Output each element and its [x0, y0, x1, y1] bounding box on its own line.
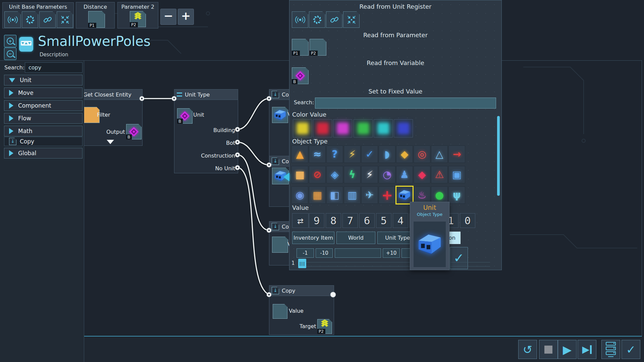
signal-register-icon[interactable] [4, 11, 21, 28]
object-type-package-icon[interactable]: ◧ [326, 186, 343, 204]
digit-5-button[interactable]: 5 [376, 213, 391, 228]
object-type-iceberg-icon[interactable]: △ [431, 145, 448, 163]
object-type-no-crystal-icon[interactable]: ⊘ [309, 166, 326, 183]
slider-track[interactable] [298, 262, 490, 262]
parameter-card-p1[interactable]: P1 [292, 39, 309, 56]
stop-button[interactable] [539, 340, 558, 359]
remove-parameter-button[interactable]: − [160, 9, 176, 25]
parameter-card-p2[interactable]: P2 [130, 11, 146, 27]
object-type-phoenix-icon[interactable]: ψ [448, 186, 465, 204]
object-type-storage-icon[interactable]: ▣ [448, 166, 465, 183]
sidebar-item-component[interactable]: Component [4, 100, 83, 111]
node-unit-type[interactable]: Unit Type B Unit Building Bot Constructi… [174, 89, 238, 173]
parameter-card-p2[interactable]: P2 [310, 39, 326, 56]
link-register-icon[interactable] [39, 11, 56, 28]
object-type-orb-icon[interactable]: ● [431, 186, 448, 204]
dialog-search-input[interactable] [315, 98, 496, 109]
minus-10-button[interactable]: -10 [316, 248, 333, 258]
queue-button[interactable] [601, 340, 620, 359]
node-get-closest-entity[interactable]: Get Closest Entity Filter Output B [80, 89, 143, 146]
parameter2-tab[interactable]: Parameter 2 P2 [117, 2, 158, 28]
object-type-power-off-icon[interactable]: ◎ [414, 145, 430, 163]
slider-track[interactable] [298, 266, 490, 266]
link-register-icon[interactable] [326, 11, 342, 28]
object-type-ore-icon[interactable]: ◆ [396, 145, 413, 163]
converge-register-icon[interactable] [57, 11, 73, 28]
value-slot-empty[interactable] [273, 304, 287, 319]
object-type-bolt-icon[interactable]: ⚡ [361, 166, 378, 183]
object-type-plasma-icon[interactable]: ϟ [344, 166, 361, 183]
object-type-swarm-icon[interactable]: ♨ [414, 186, 430, 204]
digit-4-button[interactable]: 4 [393, 213, 408, 228]
object-type-water-icon[interactable]: ≈ [309, 145, 326, 163]
node-copy-4[interactable]: ↓ Copy Value Target P2 [269, 285, 334, 335]
node-header[interactable]: ↓ Copy [269, 286, 334, 296]
tab-world[interactable]: World [336, 232, 375, 244]
object-type-ice-crystal-icon[interactable]: ◈ [326, 166, 343, 183]
unit-input-slot[interactable]: B [177, 108, 193, 124]
object-type-unknown-icon[interactable]: ? [326, 145, 343, 163]
slider-handle[interactable]: ||| [298, 259, 306, 268]
object-type-core-icon[interactable]: ◉ [291, 186, 308, 204]
dialog-scrollbar[interactable] [497, 116, 500, 196]
object-type-verified-icon[interactable]: ✓ [361, 145, 378, 163]
object-type-creature-icon[interactable]: ◗ [379, 145, 395, 163]
search-input[interactable] [25, 62, 83, 73]
add-parameter-button[interactable]: + [178, 9, 194, 25]
digit-7-button[interactable]: 7 [342, 213, 358, 228]
signal-register-icon[interactable] [292, 11, 308, 28]
object-type-construction-icon[interactable]: ▦ [309, 186, 326, 204]
object-type-gem-icon[interactable]: ◆ [414, 166, 430, 183]
target-parameter-slot[interactable]: P2 [317, 319, 332, 334]
object-type-truck-icon[interactable]: ▥ [344, 186, 361, 204]
object-type-ship-icon[interactable]: ✈ [361, 186, 378, 204]
digit-9-button[interactable]: 9 [309, 213, 324, 228]
color-swatch-yellow[interactable] [293, 119, 312, 137]
object-type-exit-icon[interactable]: → [448, 145, 465, 163]
digit-0-button[interactable]: 0 [460, 213, 475, 228]
object-type-resource-icon[interactable]: ■ [291, 166, 308, 183]
zoom-out-button[interactable]: − [4, 48, 16, 60]
digit-8-button[interactable]: 8 [326, 213, 341, 228]
fan-register-icon[interactable] [309, 11, 325, 28]
variable-card-b[interactable]: B [292, 67, 309, 84]
object-type-mountain-icon[interactable]: ▲ [291, 145, 308, 163]
color-swatch-blue[interactable] [394, 119, 413, 137]
fan-register-icon[interactable] [22, 11, 38, 28]
parameter-card-p1[interactable]: P1 [88, 11, 105, 28]
value-slot-empty[interactable] [272, 237, 288, 253]
minus-1-button[interactable]: -1 [297, 248, 314, 258]
reset-button[interactable]: ↺ [518, 340, 537, 359]
node-header[interactable]: Get Closest Entity [81, 89, 142, 100]
tab-inventory-item[interactable]: Inventory Item [292, 232, 334, 244]
color-swatch-magenta[interactable] [333, 119, 352, 137]
plus-10-button[interactable]: +10 [383, 248, 400, 258]
color-swatch-red[interactable] [313, 119, 332, 137]
sidebar-item-unit[interactable]: Unit [4, 75, 83, 85]
swap-value-button[interactable]: ⇄ [292, 213, 309, 228]
distance-parameter-tab[interactable]: Distance P1 [76, 2, 115, 28]
description-link[interactable]: Description [40, 52, 68, 58]
converge-register-icon[interactable] [343, 11, 360, 28]
color-swatch-green[interactable] [354, 119, 373, 137]
play-button[interactable]: ▶ [558, 340, 577, 359]
value-entry-field[interactable] [335, 248, 381, 258]
sidebar-item-flow[interactable]: Flow [4, 113, 83, 124]
step-button[interactable]: ▶ [578, 340, 596, 359]
object-type-warning-icon[interactable]: ⚠ [431, 166, 448, 183]
expand-triangle-icon[interactable] [107, 140, 114, 144]
object-type-time-icon[interactable]: ◔ [379, 166, 395, 183]
value-slot[interactable] [272, 107, 288, 123]
node-header[interactable]: Unit Type [174, 89, 238, 100]
sidebar-item-global[interactable]: Global [4, 148, 83, 159]
sidebar-item-move[interactable]: Move [4, 87, 83, 98]
output-variable-slot[interactable]: B [126, 124, 142, 139]
zoom-in-button[interactable]: + [4, 35, 16, 47]
object-type-no-power-icon[interactable]: ⚡ [344, 145, 361, 163]
object-type-bot-icon[interactable]: ♟ [396, 166, 413, 183]
sidebar-item-copy-instruction[interactable]: ↓ Copy [4, 137, 83, 146]
color-swatch-cyan[interactable] [374, 119, 393, 137]
confirm-button[interactable]: ✓ [622, 340, 640, 359]
digit-6-button[interactable]: 6 [359, 213, 375, 228]
sidebar-item-math[interactable]: Math [4, 126, 83, 136]
